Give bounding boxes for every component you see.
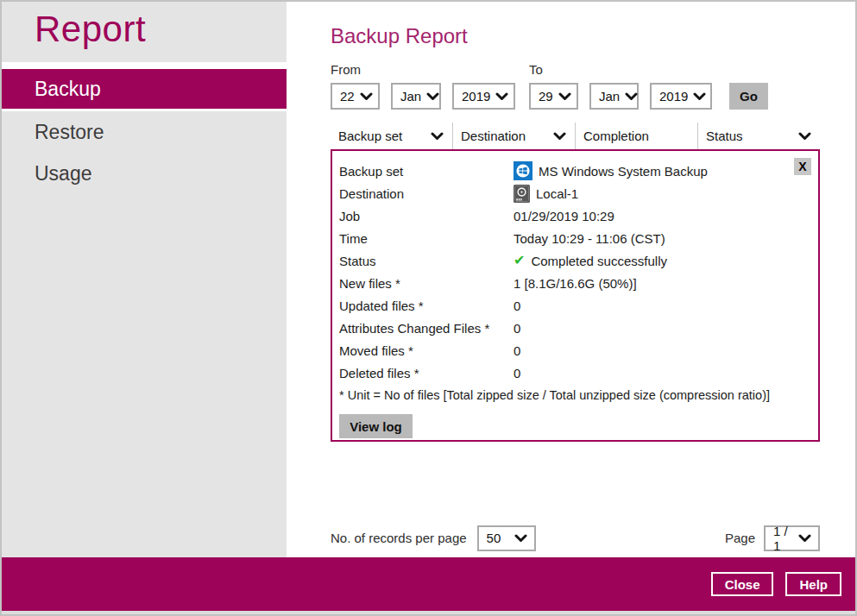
records-per-page-label: No. of records per page	[331, 531, 467, 545]
page-value: 1 / 1	[773, 524, 793, 553]
record-row-value: Today 10:29 - 11:06 (CST)	[514, 231, 665, 246]
record-row-value: 01/29/2019 10:29	[514, 209, 614, 223]
record-row-value: 1 [8.1G/16.6G (50%)]	[514, 276, 637, 291]
records-per-page-select[interactable]: 50	[477, 525, 536, 551]
pagination-bar: No. of records per page 50 Page 1 / 1	[331, 525, 820, 551]
sidebar-item-usage[interactable]: Usage	[2, 153, 287, 194]
sidebar-item-label: Restore	[35, 121, 104, 144]
close-record-button[interactable]: X	[794, 158, 811, 175]
sidebar-item-backup[interactable]: Backup	[2, 62, 287, 111]
record-row-label: Moved files *	[339, 343, 514, 358]
to-year-value: 2019	[659, 89, 688, 104]
app-title: Report	[2, 2, 287, 62]
sidebar-item-label: Usage	[35, 162, 91, 185]
chevron-down-icon	[798, 132, 811, 141]
record-row: Status ✔ Completed successfully	[339, 249, 811, 272]
record-row: Job 01/29/2019 10:29	[339, 204, 811, 227]
from-date-group: From 22 Jan 2019	[331, 62, 515, 110]
window-bottom-edge	[2, 611, 855, 614]
from-month-select[interactable]: Jan	[391, 83, 441, 110]
to-date-group: To 29 Jan 2019	[529, 62, 712, 110]
chevron-down-icon	[514, 534, 527, 543]
record-row: Attributes Changed Files * 0	[339, 317, 811, 339]
record-row-label: Attributes Changed Files *	[339, 321, 514, 336]
record-row-label: Updated files *	[339, 299, 514, 313]
to-label: To	[529, 62, 712, 77]
filter-bar: Backup set Destination Completion Status	[331, 123, 820, 149]
record-row-value: Local-1	[536, 186, 578, 201]
from-label: From	[331, 62, 515, 77]
report-window: Report Backup Restore Usage Backup Repor…	[0, 0, 857, 616]
page-label: Page	[725, 531, 755, 545]
chevron-down-icon	[625, 92, 638, 101]
from-year-value: 2019	[462, 89, 490, 104]
record-row-value: MS Windows System Backup	[539, 164, 708, 179]
help-button[interactable]: Help	[785, 572, 841, 596]
to-month-select[interactable]: Jan	[589, 83, 639, 110]
record-row-label: Deleted files *	[339, 366, 514, 380]
chevron-down-icon	[426, 92, 439, 101]
from-year-select[interactable]: 2019	[452, 83, 515, 110]
filter-backup-set[interactable]: Backup set	[331, 123, 453, 149]
sidebar-item-restore[interactable]: Restore	[2, 111, 287, 153]
chevron-down-icon	[798, 534, 811, 543]
record-row-label: Time	[339, 231, 514, 246]
windows-icon	[514, 161, 532, 180]
to-day-select[interactable]: 29	[529, 83, 578, 110]
to-day-value: 29	[539, 89, 553, 104]
main-content: Backup Report From 22 Jan 2019	[287, 2, 855, 559]
filter-label: Completion	[583, 129, 649, 143]
record-row-label: Backup set	[339, 164, 514, 179]
record-row-label: Status	[339, 254, 514, 268]
page-select[interactable]: 1 / 1	[764, 525, 820, 551]
to-month-value: Jan	[599, 89, 620, 104]
sidebar-item-label: Backup	[35, 78, 101, 101]
chevron-down-icon	[360, 92, 373, 101]
record-row-value: Completed successfully	[531, 254, 667, 268]
filter-label: Backup set	[338, 129, 402, 143]
to-year-select[interactable]: 2019	[650, 83, 712, 110]
view-log-button[interactable]: View log	[339, 414, 413, 438]
page-title: Backup Report	[331, 24, 468, 48]
from-day-select[interactable]: 22	[331, 83, 380, 110]
drive-icon	[514, 185, 530, 203]
record-panel: X Backup set MS Windows System Backup	[331, 149, 820, 442]
sidebar-nav: Backup Restore Usage	[2, 62, 287, 194]
record-row: Moved files * 0	[339, 339, 811, 361]
record-row: Deleted files * 0	[339, 361, 811, 384]
filter-label: Destination	[461, 129, 526, 143]
record-row: New files * 1 [8.1G/16.6G (50%)]	[339, 272, 811, 294]
chevron-down-icon	[693, 92, 706, 101]
record-row: Time Today 10:29 - 11:06 (CST)	[339, 227, 811, 249]
bottom-action-bar: Close Help	[2, 557, 855, 611]
sidebar: Report Backup Restore Usage	[2, 2, 287, 559]
go-button[interactable]: Go	[729, 83, 768, 110]
filter-destination[interactable]: Destination	[453, 123, 576, 149]
record-row-label: Destination	[339, 186, 514, 201]
from-month-value: Jan	[400, 89, 421, 104]
records-per-page-value: 50	[487, 531, 501, 545]
filter-completion[interactable]: Completion	[576, 123, 698, 149]
filter-status[interactable]: Status	[698, 123, 820, 149]
record-row: Updated files * 0	[339, 294, 811, 317]
check-icon: ✔	[514, 254, 525, 267]
chevron-down-icon	[558, 92, 571, 101]
unit-footnote: * Unit = No of files [Total zipped size …	[339, 388, 811, 402]
chevron-down-icon	[553, 132, 566, 141]
record-row-label: Job	[339, 209, 514, 223]
record-row: Destination Local-1	[339, 182, 811, 204]
record-row-value: 0	[514, 321, 520, 336]
filter-label: Status	[706, 129, 743, 143]
from-day-value: 22	[340, 89, 355, 104]
close-button[interactable]: Close	[711, 572, 774, 596]
record-row: Backup set MS Windows System Backup	[339, 160, 811, 182]
record-row-value: 0	[514, 366, 520, 380]
record-row-label: New files *	[339, 276, 514, 291]
record-row-value: 0	[514, 343, 520, 358]
chevron-down-icon	[431, 132, 444, 141]
record-row-value: 0	[514, 299, 520, 313]
chevron-down-icon	[495, 92, 508, 101]
